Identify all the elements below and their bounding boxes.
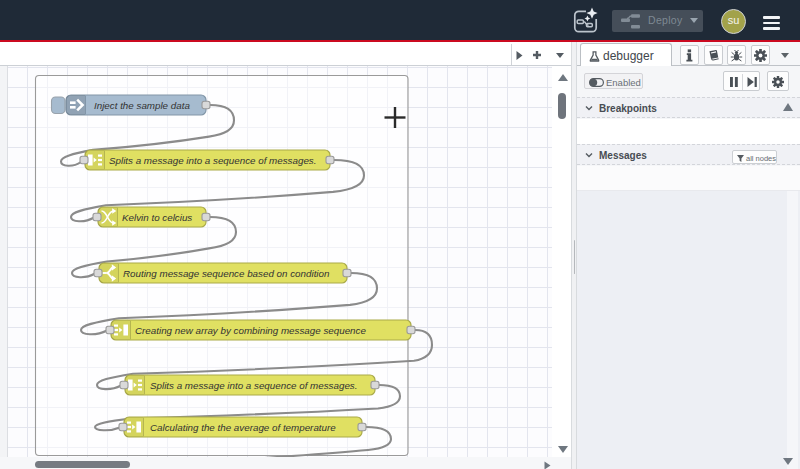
svg-text:Creating new array by combinin: Creating new array by combining message … xyxy=(135,325,366,336)
svg-text:Routing message sequence based: Routing message sequence based on condit… xyxy=(123,268,329,279)
svg-text:Splits a message into a sequen: Splits a message into a sequence of mess… xyxy=(109,155,317,166)
svg-text:Inject the sample data: Inject the sample data xyxy=(94,100,190,111)
svg-text:Splits a message into a sequen: Splits a message into a sequence of mess… xyxy=(150,380,358,391)
svg-text:Calculating the the average of: Calculating the the average of temperatu… xyxy=(150,422,336,433)
svg-text:Kelvin to celcius: Kelvin to celcius xyxy=(122,212,192,223)
